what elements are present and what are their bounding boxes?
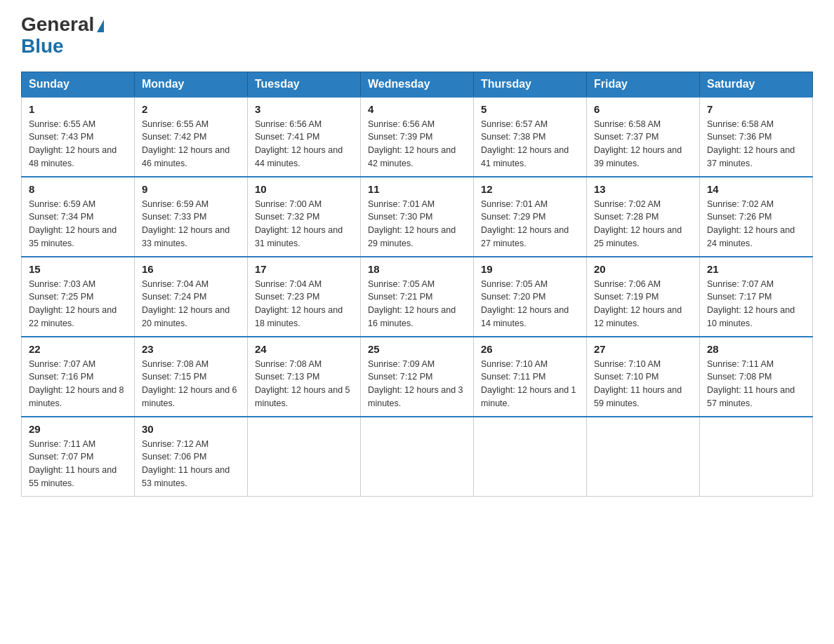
day-number: 1 <box>29 103 127 115</box>
calendar-day-cell <box>474 417 587 497</box>
day-info: Sunrise: 7:05 AMSunset: 7:21 PMDaylight:… <box>368 278 466 330</box>
day-info: Sunrise: 6:59 AMSunset: 7:33 PMDaylight:… <box>142 198 240 250</box>
calendar-day-cell: 7Sunrise: 6:58 AMSunset: 7:36 PMDaylight… <box>700 97 813 177</box>
calendar-day-cell: 6Sunrise: 6:58 AMSunset: 7:37 PMDaylight… <box>587 97 700 177</box>
calendar-week-row: 15Sunrise: 7:03 AMSunset: 7:25 PMDayligh… <box>22 257 813 337</box>
day-info: Sunrise: 7:03 AMSunset: 7:25 PMDaylight:… <box>29 278 127 330</box>
logo-general-text: General <box>21 13 94 35</box>
day-of-week-header: Thursday <box>474 72 587 97</box>
calendar-week-row: 29Sunrise: 7:11 AMSunset: 7:07 PMDayligh… <box>22 417 813 497</box>
calendar-day-cell: 5Sunrise: 6:57 AMSunset: 7:38 PMDaylight… <box>474 97 587 177</box>
day-info: Sunrise: 7:01 AMSunset: 7:30 PMDaylight:… <box>368 198 466 250</box>
day-number: 21 <box>707 263 805 275</box>
day-number: 28 <box>707 343 805 355</box>
calendar-day-cell: 26Sunrise: 7:10 AMSunset: 7:11 PMDayligh… <box>474 337 587 417</box>
calendar-day-cell: 11Sunrise: 7:01 AMSunset: 7:30 PMDayligh… <box>361 177 474 257</box>
day-number: 27 <box>594 343 692 355</box>
day-info: Sunrise: 6:55 AMSunset: 7:43 PMDaylight:… <box>29 118 127 170</box>
calendar-week-row: 8Sunrise: 6:59 AMSunset: 7:34 PMDaylight… <box>22 177 813 257</box>
calendar-day-cell: 8Sunrise: 6:59 AMSunset: 7:34 PMDaylight… <box>22 177 135 257</box>
logo-blue-text: Blue <box>21 36 104 58</box>
day-info: Sunrise: 6:58 AMSunset: 7:37 PMDaylight:… <box>594 118 692 170</box>
day-number: 25 <box>368 343 466 355</box>
day-info: Sunrise: 7:04 AMSunset: 7:24 PMDaylight:… <box>142 278 240 330</box>
day-info: Sunrise: 6:56 AMSunset: 7:39 PMDaylight:… <box>368 118 466 170</box>
calendar-day-cell: 10Sunrise: 7:00 AMSunset: 7:32 PMDayligh… <box>248 177 361 257</box>
day-info: Sunrise: 6:57 AMSunset: 7:38 PMDaylight:… <box>481 118 579 170</box>
day-of-week-header: Saturday <box>700 72 813 97</box>
day-number: 7 <box>707 103 805 115</box>
day-info: Sunrise: 7:04 AMSunset: 7:23 PMDaylight:… <box>255 278 353 330</box>
day-number: 19 <box>481 263 579 275</box>
day-info: Sunrise: 7:07 AMSunset: 7:17 PMDaylight:… <box>707 278 805 330</box>
calendar-day-cell: 25Sunrise: 7:09 AMSunset: 7:12 PMDayligh… <box>361 337 474 417</box>
day-number: 20 <box>594 263 692 275</box>
calendar-day-cell: 23Sunrise: 7:08 AMSunset: 7:15 PMDayligh… <box>135 337 248 417</box>
day-number: 26 <box>481 343 579 355</box>
calendar-day-cell: 21Sunrise: 7:07 AMSunset: 7:17 PMDayligh… <box>700 257 813 337</box>
day-of-week-header: Sunday <box>22 72 135 97</box>
calendar-day-cell: 1Sunrise: 6:55 AMSunset: 7:43 PMDaylight… <box>22 97 135 177</box>
calendar-week-row: 22Sunrise: 7:07 AMSunset: 7:16 PMDayligh… <box>22 337 813 417</box>
calendar-day-cell: 19Sunrise: 7:05 AMSunset: 7:20 PMDayligh… <box>474 257 587 337</box>
day-info: Sunrise: 7:11 AMSunset: 7:07 PMDaylight:… <box>29 438 127 490</box>
day-number: 9 <box>142 183 240 195</box>
day-of-week-header: Monday <box>135 72 248 97</box>
day-info: Sunrise: 7:08 AMSunset: 7:15 PMDaylight:… <box>142 358 240 410</box>
day-of-week-header: Friday <box>587 72 700 97</box>
day-info: Sunrise: 7:06 AMSunset: 7:19 PMDaylight:… <box>594 278 692 330</box>
day-info: Sunrise: 7:01 AMSunset: 7:29 PMDaylight:… <box>481 198 579 250</box>
calendar-day-cell: 4Sunrise: 6:56 AMSunset: 7:39 PMDaylight… <box>361 97 474 177</box>
day-number: 5 <box>481 103 579 115</box>
calendar-day-cell: 18Sunrise: 7:05 AMSunset: 7:21 PMDayligh… <box>361 257 474 337</box>
day-info: Sunrise: 7:08 AMSunset: 7:13 PMDaylight:… <box>255 358 353 410</box>
day-info: Sunrise: 7:02 AMSunset: 7:28 PMDaylight:… <box>594 198 692 250</box>
calendar-day-cell: 17Sunrise: 7:04 AMSunset: 7:23 PMDayligh… <box>248 257 361 337</box>
calendar-day-cell: 24Sunrise: 7:08 AMSunset: 7:13 PMDayligh… <box>248 337 361 417</box>
day-info: Sunrise: 7:07 AMSunset: 7:16 PMDaylight:… <box>29 358 127 410</box>
calendar-day-cell: 16Sunrise: 7:04 AMSunset: 7:24 PMDayligh… <box>135 257 248 337</box>
day-number: 30 <box>142 423 240 435</box>
calendar-day-cell: 9Sunrise: 6:59 AMSunset: 7:33 PMDaylight… <box>135 177 248 257</box>
day-info: Sunrise: 7:00 AMSunset: 7:32 PMDaylight:… <box>255 198 353 250</box>
page-header: General Blue <box>21 14 813 58</box>
calendar-table: SundayMondayTuesdayWednesdayThursdayFrid… <box>21 72 813 497</box>
day-info: Sunrise: 6:55 AMSunset: 7:42 PMDaylight:… <box>142 118 240 170</box>
calendar-day-cell: 27Sunrise: 7:10 AMSunset: 7:10 PMDayligh… <box>587 337 700 417</box>
day-info: Sunrise: 7:10 AMSunset: 7:10 PMDaylight:… <box>594 358 692 410</box>
calendar-day-cell: 30Sunrise: 7:12 AMSunset: 7:06 PMDayligh… <box>135 417 248 497</box>
calendar-header-row: SundayMondayTuesdayWednesdayThursdayFrid… <box>22 72 813 97</box>
day-info: Sunrise: 7:12 AMSunset: 7:06 PMDaylight:… <box>142 438 240 490</box>
day-number: 17 <box>255 263 353 275</box>
day-info: Sunrise: 7:05 AMSunset: 7:20 PMDaylight:… <box>481 278 579 330</box>
calendar-day-cell: 3Sunrise: 6:56 AMSunset: 7:41 PMDaylight… <box>248 97 361 177</box>
day-number: 3 <box>255 103 353 115</box>
day-number: 13 <box>594 183 692 195</box>
day-number: 14 <box>707 183 805 195</box>
calendar-day-cell: 12Sunrise: 7:01 AMSunset: 7:29 PMDayligh… <box>474 177 587 257</box>
calendar-day-cell: 15Sunrise: 7:03 AMSunset: 7:25 PMDayligh… <box>22 257 135 337</box>
calendar-day-cell: 14Sunrise: 7:02 AMSunset: 7:26 PMDayligh… <box>700 177 813 257</box>
day-info: Sunrise: 6:58 AMSunset: 7:36 PMDaylight:… <box>707 118 805 170</box>
day-info: Sunrise: 7:11 AMSunset: 7:08 PMDaylight:… <box>707 358 805 410</box>
calendar-day-cell <box>248 417 361 497</box>
day-info: Sunrise: 6:56 AMSunset: 7:41 PMDaylight:… <box>255 118 353 170</box>
day-number: 24 <box>255 343 353 355</box>
day-info: Sunrise: 7:10 AMSunset: 7:11 PMDaylight:… <box>481 358 579 410</box>
day-number: 8 <box>29 183 127 195</box>
day-info: Sunrise: 7:02 AMSunset: 7:26 PMDaylight:… <box>707 198 805 250</box>
day-number: 22 <box>29 343 127 355</box>
calendar-day-cell <box>361 417 474 497</box>
day-number: 16 <box>142 263 240 275</box>
day-number: 2 <box>142 103 240 115</box>
day-number: 15 <box>29 263 127 275</box>
calendar-day-cell: 20Sunrise: 7:06 AMSunset: 7:19 PMDayligh… <box>587 257 700 337</box>
day-number: 12 <box>481 183 579 195</box>
day-info: Sunrise: 7:09 AMSunset: 7:12 PMDaylight:… <box>368 358 466 410</box>
calendar-day-cell <box>587 417 700 497</box>
day-number: 29 <box>29 423 127 435</box>
day-number: 11 <box>368 183 466 195</box>
day-number: 18 <box>368 263 466 275</box>
logo: General Blue <box>21 14 104 58</box>
day-info: Sunrise: 6:59 AMSunset: 7:34 PMDaylight:… <box>29 198 127 250</box>
